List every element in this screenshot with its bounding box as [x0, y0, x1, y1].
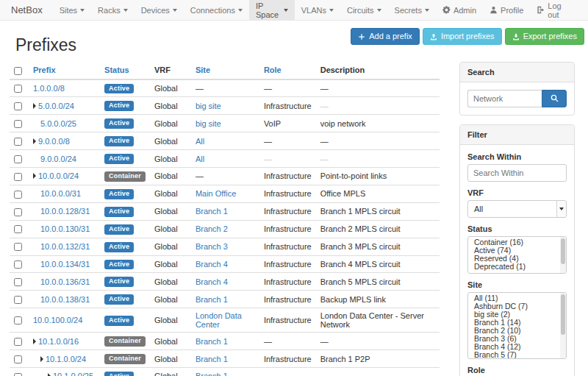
row-checkbox[interactable] [14, 260, 22, 269]
site-listbox[interactable]: All (11)Ashburn DC (7)big site (2)Branch… [467, 292, 567, 359]
nav-item-admin[interactable]: Admin [436, 0, 483, 20]
site-link[interactable]: big site [196, 119, 221, 128]
search-button[interactable] [542, 90, 567, 107]
site-cell: All [191, 150, 259, 168]
prefix-link[interactable]: 9.0.0.0/8 [38, 137, 70, 146]
prefix-link[interactable]: 1.0.0.0/8 [33, 84, 65, 93]
nav-item-connections[interactable]: Connections [184, 0, 249, 20]
row-checkbox[interactable] [14, 338, 22, 346]
column-sort-link[interactable]: Role [264, 65, 282, 74]
prefix-link[interactable]: 5.0.0.0/24 [38, 102, 74, 110]
site-link[interactable]: Branch 1 [196, 295, 228, 304]
search-input[interactable] [467, 90, 542, 107]
prefix-link[interactable]: 10.0.100.0/24 [33, 316, 82, 324]
prefix-link[interactable]: 9.0.0.0/24 [40, 155, 76, 163]
row-checkbox[interactable] [14, 373, 22, 376]
row-checkbox[interactable] [14, 278, 22, 286]
status-badge: Active [104, 118, 134, 129]
status-badge: Active [104, 260, 134, 270]
site-link[interactable]: All [196, 137, 204, 146]
nav-item-vlans[interactable]: VLANs [295, 0, 340, 20]
row-checkbox[interactable] [14, 85, 22, 93]
nav-item-profile[interactable]: Profile [483, 0, 530, 20]
prefix-link[interactable]: 10.1.0.0/16 [38, 337, 79, 346]
status-badge: Active [104, 154, 134, 164]
nav-item-ip-space[interactable]: IP Space [249, 0, 295, 20]
site-link[interactable]: Main Office [196, 189, 236, 198]
prefix-link[interactable]: 10.1.0.0/24 [46, 355, 86, 363]
role-cell: Infrastructure [259, 273, 316, 291]
prefix-link[interactable]: 10.0.0.132/31 [40, 242, 90, 251]
site-link[interactable]: All [196, 155, 204, 163]
button-label: Import prefixes [441, 32, 495, 40]
prefix-link[interactable]: 10.0.0.130/31 [40, 224, 90, 233]
nav-item-log-out[interactable]: Log out [530, 0, 578, 20]
description-value: — [320, 155, 329, 163]
nav-item-sites[interactable]: Sites [53, 0, 91, 20]
vrf-cell: Global [150, 350, 191, 368]
role-value: — [264, 337, 272, 346]
site-link[interactable]: Branch 1 [196, 372, 228, 376]
site-link[interactable]: Branch 1 [196, 337, 228, 346]
role-value: Infrastructure [264, 207, 312, 216]
export-prefixes-button[interactable]: Export prefixes [505, 28, 584, 45]
column-sort-link[interactable]: Prefix [33, 65, 56, 74]
prefix-link[interactable]: 10.0.0.0/24 [38, 171, 79, 180]
brand-link[interactable]: NetBox [10, 0, 53, 20]
column-sort-link[interactable]: Status [104, 65, 129, 74]
site-link[interactable]: Branch 4 [196, 277, 228, 286]
site-link[interactable]: Branch 1 [196, 207, 228, 216]
nav-item-secrets[interactable]: Secrets [388, 0, 436, 20]
select-all-checkbox[interactable] [14, 67, 22, 75]
filter-panel-title: Filter [460, 125, 574, 145]
role-cell: VoIP [259, 115, 316, 132]
prefix-link[interactable]: 10.0.0.128/31 [40, 207, 90, 216]
nav-item-label: IP Space [256, 1, 281, 19]
row-checkbox[interactable] [14, 120, 22, 128]
column-header-role: Role [259, 62, 316, 79]
vrf-value: Global [154, 155, 178, 163]
status-options: Container (16)Active (74)Reserved (4)Dep… [468, 238, 566, 271]
site-link[interactable]: London Data Center [196, 311, 242, 329]
status-listbox[interactable]: Container (16)Active (74)Reserved (4)Dep… [467, 236, 567, 274]
site-link[interactable]: Branch 1 [196, 355, 228, 363]
status-label: Status [467, 224, 567, 233]
row-checkbox[interactable] [14, 355, 22, 363]
row-checkbox[interactable] [14, 102, 22, 110]
nav-item-racks[interactable]: Racks [91, 0, 135, 20]
listbox-option[interactable]: Deprecated (1) [468, 263, 566, 271]
role-cell: Infrastructure [259, 220, 316, 238]
row-checkbox[interactable] [14, 191, 22, 199]
nav-item-circuits[interactable]: Circuits [340, 0, 388, 20]
site-scroll-thumb[interactable] [561, 294, 565, 335]
nav-item-devices[interactable]: Devices [135, 0, 184, 20]
prefix-link[interactable]: 10.0.0.136/31 [40, 277, 90, 286]
prefix-link[interactable]: 10.0.0.138/31 [40, 295, 90, 304]
row-checkbox[interactable] [14, 296, 22, 304]
site-link[interactable]: Branch 3 [196, 242, 228, 251]
site-link[interactable]: big site [196, 102, 221, 110]
prefix-link[interactable]: 5.0.0.0/25 [40, 119, 76, 128]
prefix-link[interactable]: 10.0.0.0/31 [40, 189, 81, 198]
row-checkbox[interactable] [14, 316, 22, 324]
import-prefixes-button[interactable]: Import prefixes [423, 28, 502, 45]
site-link[interactable]: Branch 2 [196, 224, 228, 233]
vrf-select[interactable]: All [467, 200, 567, 218]
row-checkbox[interactable] [14, 243, 22, 251]
prefix-link[interactable]: 10.0.0.134/31 [40, 260, 90, 269]
row-checkbox[interactable] [14, 138, 22, 146]
search-panel-title: Search [460, 63, 574, 82]
row-checkbox[interactable] [14, 208, 22, 216]
add-a-prefix-button[interactable]: Add a prefix [351, 28, 420, 45]
search-within-input[interactable] [467, 164, 567, 182]
site-link[interactable]: Branch 4 [196, 260, 228, 269]
row-checkbox-cell [10, 220, 29, 238]
prefix-link[interactable]: 10.1.0.0/25 [53, 372, 93, 376]
row-checkbox[interactable] [14, 225, 22, 233]
status-scroll-thumb[interactable] [561, 238, 565, 264]
column-sort-link[interactable]: Site [196, 65, 210, 74]
vrf-label: VRF [467, 188, 567, 197]
prefix-cell: 9.0.0.0/8 [29, 132, 100, 150]
row-checkbox[interactable] [14, 155, 22, 163]
row-checkbox[interactable] [14, 173, 22, 181]
